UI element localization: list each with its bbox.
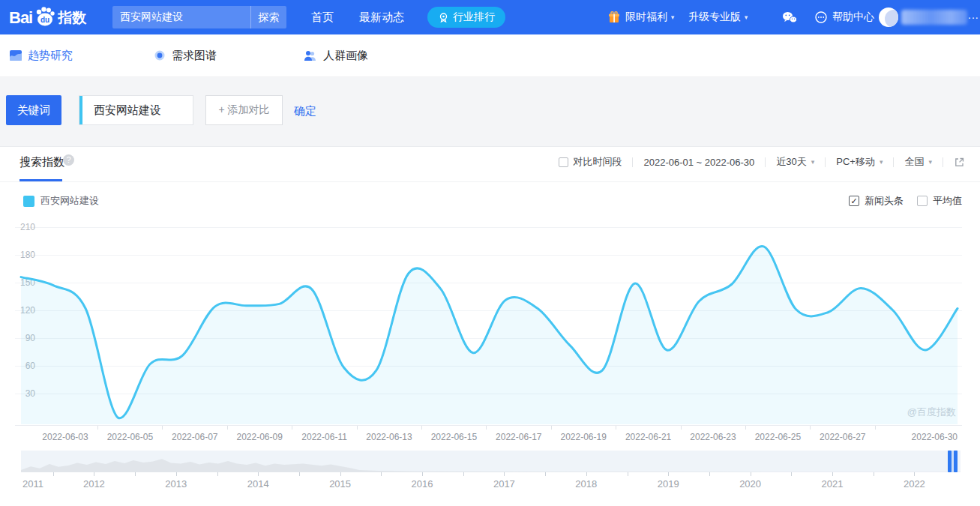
timeline-axis: 2011201220132014201520162017201820192020…: [21, 472, 961, 495]
help-center-link[interactable]: 帮助中心: [814, 0, 874, 34]
timeline-tick: [135, 472, 136, 476]
chevron-down-icon: ▾: [928, 158, 932, 166]
series-legend-item[interactable]: 西安网站建设: [23, 194, 99, 208]
x-axis-tick: [810, 426, 811, 430]
timeline-year-label: 2022: [904, 478, 925, 490]
x-axis-label: 2022-06-03: [42, 432, 88, 442]
tab-trend-label: 趋势研究: [28, 49, 73, 63]
upgrade-menu[interactable]: 升级专业版 ▾: [688, 0, 748, 34]
user-menu-ellipsis[interactable]: ...: [968, 9, 979, 21]
timeline-year-label: 2012: [83, 478, 105, 490]
time-span-dropdown[interactable]: 近30天 ▾: [776, 155, 814, 169]
gift-icon: [607, 10, 621, 24]
region-dropdown[interactable]: 全国 ▾: [904, 155, 932, 169]
x-axis-label: 2022-06-15: [431, 432, 477, 442]
timeline-tick: [422, 472, 423, 476]
divider: [632, 157, 633, 167]
upgrade-label: 升级专业版: [688, 10, 741, 24]
trend-chart-icon: [10, 50, 22, 61]
tab-demand-label: 需求图谱: [172, 49, 217, 63]
people-icon: [304, 50, 317, 61]
timeline-year-label: 2015: [329, 478, 351, 490]
help-chat-icon: [814, 10, 828, 24]
compare-period-checkbox[interactable]: 对比时间段: [559, 155, 622, 169]
search-submit-button[interactable]: 探索: [250, 6, 286, 28]
date-range-picker[interactable]: 2022-06-01 ~ 2022-06-30: [643, 157, 754, 168]
timeline-tick: [504, 472, 505, 476]
promo-menu[interactable]: 限时福利 ▾: [607, 0, 675, 34]
tab-demand-graph[interactable]: 需求图谱: [154, 34, 217, 76]
x-axis-label: 2022-06-21: [625, 432, 671, 442]
x-axis-tick: [421, 426, 422, 430]
news-headlines-checkbox[interactable]: ✓ 新闻头条: [849, 194, 904, 208]
timeline-tick: [53, 472, 54, 476]
header-search-box: 探索: [112, 6, 286, 28]
medal-icon: [438, 12, 449, 23]
tab-search-index[interactable]: 搜索指数: [19, 155, 64, 169]
legend-swatch: [23, 196, 34, 207]
timeline-tick: [914, 472, 915, 476]
timeline-shadow-path: [21, 459, 961, 472]
demand-graph-icon: [154, 49, 166, 61]
add-compare-button[interactable]: + 添加对比: [205, 95, 283, 125]
x-axis-label: 2022-06-13: [366, 432, 412, 442]
svg-text:du: du: [40, 16, 49, 24]
baidu-index-logo[interactable]: Bai du 指数: [9, 5, 86, 31]
timeline-tick: [463, 472, 464, 476]
user-avatar[interactable]: [879, 7, 898, 27]
wechat-button[interactable]: [781, 0, 798, 34]
timeline-handle-right[interactable]: [954, 451, 958, 472]
tab-audience-persona[interactable]: 人群画像: [304, 34, 368, 76]
timeline-year-label: 2019: [658, 478, 679, 490]
user-name-blurred[interactable]: [901, 10, 967, 25]
promo-label: 限时福利: [625, 10, 667, 24]
trend-chart[interactable]: @百度指数 3060901201501802102022-06-032022-0…: [15, 221, 962, 446]
keyword-chip[interactable]: 西安网站建设: [79, 95, 193, 125]
keyword-type-button[interactable]: 关键词: [6, 95, 61, 125]
date-range-value: 2022-06-01 ~ 2022-06-30: [643, 157, 754, 168]
confirm-link[interactable]: 确定: [294, 104, 316, 118]
tab-trend-research[interactable]: 趋势研究: [10, 34, 73, 76]
x-axis-label: 2022-06-11: [301, 432, 347, 442]
search-input[interactable]: [112, 11, 250, 23]
divider: [765, 157, 766, 167]
time-span-value: 近30天: [776, 155, 806, 169]
x-axis-label: 2022-06-30: [912, 432, 958, 442]
timeline-tick: [299, 472, 300, 476]
nav-item-news[interactable]: 最新动态: [359, 0, 404, 34]
overlay-toggles: ✓ 新闻头条 平均值: [835, 194, 962, 208]
nav-item-industry-ranking[interactable]: 行业排行: [427, 7, 505, 28]
timeline-year-label: 2016: [412, 478, 433, 490]
timeline-year-label: 2017: [493, 478, 515, 490]
help-question-icon[interactable]: ?: [63, 154, 74, 166]
timeline-year-label: 2021: [822, 478, 844, 490]
x-axis-tick: [616, 426, 616, 430]
compare-period-label: 对比时间段: [573, 155, 622, 169]
chevron-down-icon: ▾: [811, 158, 815, 166]
timeline-handle-left[interactable]: [948, 451, 952, 472]
industry-ranking-label: 行业排行: [453, 10, 495, 24]
device-dropdown[interactable]: PC+移动 ▾: [836, 155, 883, 169]
news-headlines-label: 新闻头条: [865, 194, 904, 208]
timeline-slider[interactable]: [21, 451, 961, 472]
checkbox-icon: [559, 157, 568, 167]
timeline-tick: [176, 472, 177, 476]
timeline-year-label: 2014: [247, 478, 269, 490]
share-external-link-button[interactable]: [954, 157, 965, 168]
divider: [893, 157, 894, 167]
help-center-label: 帮助中心: [832, 10, 874, 24]
timeline-tick: [874, 472, 874, 476]
external-link-icon: [954, 157, 965, 168]
logo-text-product: 指数: [58, 8, 86, 28]
average-value-checkbox[interactable]: 平均值: [917, 194, 962, 208]
timeline-tick: [94, 472, 94, 476]
timeline-year-label: 2020: [739, 478, 761, 490]
nav-item-home[interactable]: 首页: [311, 0, 334, 34]
x-axis-label: 2022-06-09: [236, 432, 282, 442]
timeline-tick: [586, 472, 587, 476]
x-axis-tick: [551, 426, 552, 430]
x-axis-label: 2022-06-19: [560, 432, 606, 442]
search-index-panel: 搜索指数 ? 对比时间段 2022-06-01 ~ 2022-06-30 近30…: [0, 146, 980, 506]
tab-persona-label: 人群画像: [323, 49, 368, 63]
x-axis-tick: [162, 426, 163, 430]
